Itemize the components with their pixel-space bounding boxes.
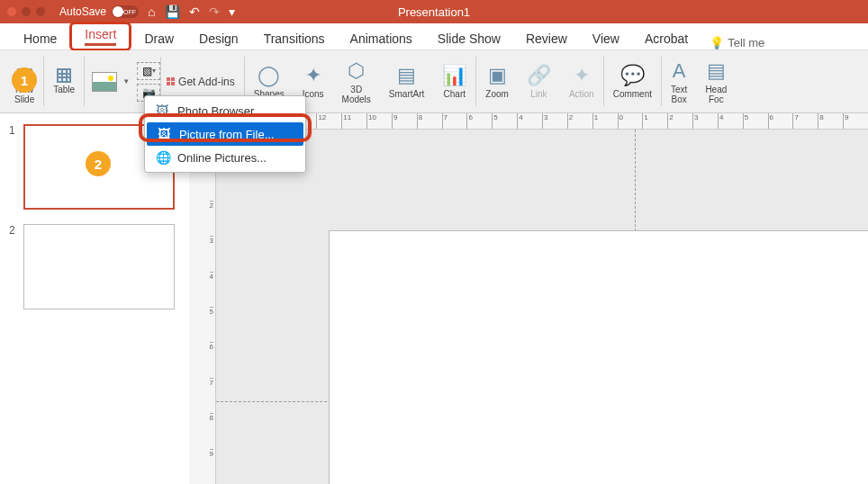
minimize-dot-icon[interactable] [22,7,31,16]
titlebar: AutoSave OFF ⌂ 💾 ↶ ↷ ▾ Presentation1 [0,0,868,23]
tab-insert[interactable]: Insert [69,22,131,51]
redo-icon[interactable]: ↷ [209,4,220,19]
screenshot-button[interactable]: ▧▾ [137,62,160,80]
chart-icon: 📊 [442,64,466,87]
get-addins-button[interactable]: Get Add-ins [167,76,235,88]
icons-icon: ✦ [305,64,321,87]
slide-thumb-2[interactable]: 2 [9,224,180,309]
slide-canvas[interactable] [329,230,868,484]
tab-slideshow[interactable]: Slide Show [425,26,513,49]
tab-view[interactable]: View [580,26,632,49]
picture-icon [92,72,117,92]
comment-icon: 💬 [620,64,645,87]
shapes-icon: ◯ [258,64,280,87]
lightbulb-icon: 💡 [710,36,724,49]
ribbon-insert: ▭ New Slide Table ▼ ▧▾ 📷 Get Add-ins ◯ S… [0,50,868,113]
action-icon: ✦ [574,64,590,87]
tab-transitions[interactable]: Transitions [251,26,338,49]
pictures-split-button[interactable]: ▼ [85,72,137,92]
online-pictures-icon: 🌐 [156,150,170,165]
vertical-ruler: 0123456789 [189,130,216,484]
horizontal-ruler: 161514131211109876543210123456789 [216,113,868,130]
zoom-button[interactable]: ▣ Zoom [476,50,518,112]
callout-badge-1: 1 [12,67,37,93]
action-button: ✦ Action [560,50,603,112]
tab-design[interactable]: Design [186,26,251,49]
undo-icon[interactable]: ↶ [189,4,200,19]
table-icon [57,68,71,83]
header-footer-icon: ▤ [707,59,726,83]
tab-acrobat[interactable]: Acrobat [632,26,701,49]
tell-me-search[interactable]: 💡 Tell me [710,36,764,49]
menu-picture-from-file[interactable]: 🖼 Picture from File... [147,122,303,146]
textbox-icon: A [673,59,686,83]
toggle-switch-icon[interactable]: OFF [112,5,139,18]
zoom-icon: ▣ [488,64,507,87]
tab-animations[interactable]: Animations [338,26,425,49]
chart-button[interactable]: 📊 Chart [433,50,475,112]
autosave-label: AutoSave [59,5,106,18]
document-title: Presentation1 [398,5,470,19]
table-button[interactable]: Table [44,50,84,112]
picture-dropdown-menu: 🖼 Photo Browser... 🖼 Picture from File..… [144,95,306,173]
tab-active-underline [85,43,116,46]
link-button: 🔗 Link [518,50,560,112]
zoom-dot-icon[interactable] [36,7,45,16]
smartart-button[interactable]: ▤ SmartArt [380,50,433,112]
tab-draw[interactable]: Draw [131,26,186,49]
cube-icon: ⬡ [348,59,365,83]
autosave-toggle[interactable]: AutoSave OFF [59,5,139,18]
dropdown-caret-icon[interactable]: ▾ [229,4,235,19]
comment-button[interactable]: 💬 Comment [604,50,661,112]
smartart-icon: ▤ [397,64,416,87]
close-dot-icon[interactable] [7,7,16,16]
thumb-preview [23,224,175,309]
menu-photo-browser[interactable]: 🖼 Photo Browser... [145,99,305,122]
save-icon[interactable]: 💾 [165,4,180,19]
menu-online-pictures[interactable]: 🌐 Online Pictures... [145,146,305,169]
tab-review[interactable]: Review [513,26,580,49]
workspace: 1 2 161514131211109876543210123456789 01… [0,113,868,484]
picture-file-icon: 🖼 [158,127,172,141]
chevron-down-icon[interactable]: ▼ [122,77,130,85]
tab-home[interactable]: Home [11,26,69,49]
addins-icon [167,77,175,85]
link-icon: 🔗 [527,64,551,87]
ribbon-tabs: Home Insert Draw Design Transitions Anim… [0,23,868,50]
window-controls[interactable] [7,7,45,16]
quick-access-toolbar: ⌂ 💾 ↶ ↷ ▾ [148,4,234,19]
callout-badge-2: 2 [86,151,111,176]
home-icon[interactable]: ⌂ [148,4,155,19]
3d-models-button[interactable]: ⬡ 3D Models [333,50,380,112]
photo-browser-icon: 🖼 [156,103,170,118]
text-box-button[interactable]: A Text Box [662,50,696,112]
header-footer-button[interactable]: ▤ Head Foc [696,50,736,112]
